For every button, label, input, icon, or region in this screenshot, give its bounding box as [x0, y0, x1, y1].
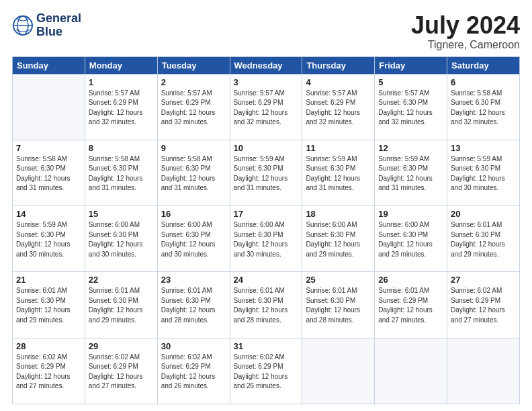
cell-info: Sunrise: 5:58 AM Sunset: 6:30 PM Dayligh… [161, 154, 226, 193]
calendar-cell: 20Sunrise: 6:01 AM Sunset: 6:30 PM Dayli… [447, 206, 520, 272]
day-number: 26 [378, 275, 443, 285]
cell-info: Sunrise: 6:02 AM Sunset: 6:29 PM Dayligh… [16, 353, 81, 392]
day-number: 18 [306, 209, 371, 219]
day-number: 30 [161, 341, 226, 351]
day-number: 14 [16, 209, 81, 219]
cell-info: Sunrise: 6:02 AM Sunset: 6:29 PM Dayligh… [451, 286, 516, 325]
day-number: 12 [378, 143, 443, 153]
cell-info: Sunrise: 6:01 AM Sunset: 6:30 PM Dayligh… [451, 220, 516, 259]
cell-info: Sunrise: 6:00 AM Sunset: 6:30 PM Dayligh… [234, 220, 299, 259]
cell-info: Sunrise: 5:59 AM Sunset: 6:30 PM Dayligh… [451, 154, 516, 193]
cell-info: Sunrise: 5:58 AM Sunset: 6:30 PM Dayligh… [89, 154, 154, 193]
day-number: 21 [16, 275, 81, 285]
calendar-cell: 6Sunrise: 5:58 AM Sunset: 6:30 PM Daylig… [447, 74, 520, 140]
calendar-cell: 3Sunrise: 5:57 AM Sunset: 6:29 PM Daylig… [230, 74, 302, 140]
cell-info: Sunrise: 6:02 AM Sunset: 6:29 PM Dayligh… [89, 353, 154, 392]
calendar-cell: 19Sunrise: 6:00 AM Sunset: 6:30 PM Dayli… [375, 206, 447, 272]
day-number: 3 [234, 77, 299, 87]
col-header-saturday: Saturday [447, 56, 520, 74]
calendar-cell: 26Sunrise: 6:01 AM Sunset: 6:29 PM Dayli… [375, 272, 447, 338]
day-number: 15 [89, 209, 154, 219]
calendar-cell [13, 74, 85, 140]
col-header-tuesday: Tuesday [157, 56, 230, 74]
cell-info: Sunrise: 6:01 AM Sunset: 6:29 PM Dayligh… [378, 286, 443, 325]
calendar-cell: 13Sunrise: 5:59 AM Sunset: 6:30 PM Dayli… [447, 140, 520, 205]
cell-info: Sunrise: 5:59 AM Sunset: 6:30 PM Dayligh… [306, 154, 371, 193]
day-number: 1 [89, 77, 154, 87]
main-title: July 2024 [411, 12, 520, 39]
day-number: 5 [378, 77, 443, 87]
day-number: 19 [378, 209, 443, 219]
calendar-cell [302, 338, 375, 404]
calendar-cell: 29Sunrise: 6:02 AM Sunset: 6:29 PM Dayli… [85, 338, 157, 404]
calendar-cell: 18Sunrise: 6:00 AM Sunset: 6:30 PM Dayli… [302, 206, 375, 272]
day-number: 22 [89, 275, 154, 285]
week-row-3: 14Sunrise: 5:59 AM Sunset: 6:30 PM Dayli… [13, 206, 520, 272]
day-number: 10 [234, 143, 299, 153]
cell-info: Sunrise: 5:57 AM Sunset: 6:29 PM Dayligh… [234, 89, 299, 128]
calendar-cell: 28Sunrise: 6:02 AM Sunset: 6:29 PM Dayli… [13, 338, 85, 404]
day-number: 16 [161, 209, 226, 219]
day-number: 24 [234, 275, 299, 285]
cell-info: Sunrise: 6:02 AM Sunset: 6:29 PM Dayligh… [234, 353, 299, 392]
calendar-cell: 23Sunrise: 6:01 AM Sunset: 6:30 PM Dayli… [157, 272, 230, 338]
day-number: 27 [451, 275, 516, 285]
col-header-monday: Monday [85, 56, 157, 74]
cell-info: Sunrise: 5:57 AM Sunset: 6:29 PM Dayligh… [306, 89, 371, 128]
cell-info: Sunrise: 6:01 AM Sunset: 6:30 PM Dayligh… [161, 286, 226, 325]
calendar-cell: 15Sunrise: 6:00 AM Sunset: 6:30 PM Dayli… [85, 206, 157, 272]
day-number: 2 [161, 77, 226, 87]
day-number: 11 [306, 143, 371, 153]
day-number: 4 [306, 77, 371, 87]
day-number: 25 [306, 275, 371, 285]
col-header-sunday: Sunday [13, 56, 85, 74]
cell-info: Sunrise: 5:59 AM Sunset: 6:30 PM Dayligh… [234, 154, 299, 193]
calendar-cell: 30Sunrise: 6:02 AM Sunset: 6:29 PM Dayli… [157, 338, 230, 404]
day-number: 23 [161, 275, 226, 285]
day-number: 9 [161, 143, 226, 153]
cell-info: Sunrise: 6:00 AM Sunset: 6:30 PM Dayligh… [161, 220, 226, 259]
calendar-cell: 11Sunrise: 5:59 AM Sunset: 6:30 PM Dayli… [302, 140, 375, 205]
cell-info: Sunrise: 6:00 AM Sunset: 6:30 PM Dayligh… [378, 220, 443, 259]
col-header-friday: Friday [375, 56, 447, 74]
day-number: 29 [89, 341, 154, 351]
calendar-table: SundayMondayTuesdayWednesdayThursdayFrid… [12, 56, 520, 404]
cell-info: Sunrise: 6:01 AM Sunset: 6:30 PM Dayligh… [234, 286, 299, 325]
week-row-4: 21Sunrise: 6:01 AM Sunset: 6:30 PM Dayli… [13, 272, 520, 338]
day-number: 17 [234, 209, 299, 219]
day-number: 6 [451, 77, 516, 87]
calendar-cell: 8Sunrise: 5:58 AM Sunset: 6:30 PM Daylig… [85, 140, 157, 205]
title-block: July 2024 Tignere, Cameroon [411, 12, 520, 51]
logo: GeneralBlue [12, 12, 81, 39]
cell-info: Sunrise: 5:59 AM Sunset: 6:30 PM Dayligh… [378, 154, 443, 193]
calendar-cell: 5Sunrise: 5:57 AM Sunset: 6:30 PM Daylig… [375, 74, 447, 140]
calendar-cell: 21Sunrise: 6:01 AM Sunset: 6:30 PM Dayli… [13, 272, 85, 338]
calendar-cell: 25Sunrise: 6:01 AM Sunset: 6:30 PM Dayli… [302, 272, 375, 338]
day-number: 31 [234, 341, 299, 351]
day-number: 28 [16, 341, 81, 351]
calendar-cell: 1Sunrise: 5:57 AM Sunset: 6:29 PM Daylig… [85, 74, 157, 140]
logo-globe-icon [12, 15, 34, 36]
calendar-cell: 27Sunrise: 6:02 AM Sunset: 6:29 PM Dayli… [447, 272, 520, 338]
cell-info: Sunrise: 5:58 AM Sunset: 6:30 PM Dayligh… [16, 154, 81, 193]
calendar-cell: 14Sunrise: 5:59 AM Sunset: 6:30 PM Dayli… [13, 206, 85, 272]
week-row-1: 1Sunrise: 5:57 AM Sunset: 6:29 PM Daylig… [13, 74, 520, 140]
cell-info: Sunrise: 5:58 AM Sunset: 6:30 PM Dayligh… [451, 89, 516, 128]
calendar-cell: 2Sunrise: 5:57 AM Sunset: 6:29 PM Daylig… [157, 74, 230, 140]
calendar-cell: 12Sunrise: 5:59 AM Sunset: 6:30 PM Dayli… [375, 140, 447, 205]
calendar-cell: 16Sunrise: 6:00 AM Sunset: 6:30 PM Dayli… [157, 206, 230, 272]
calendar-cell: 10Sunrise: 5:59 AM Sunset: 6:30 PM Dayli… [230, 140, 302, 205]
column-headers: SundayMondayTuesdayWednesdayThursdayFrid… [13, 56, 520, 74]
day-number: 7 [16, 143, 81, 153]
calendar-cell: 17Sunrise: 6:00 AM Sunset: 6:30 PM Dayli… [230, 206, 302, 272]
col-header-wednesday: Wednesday [230, 56, 302, 74]
calendar-cell [447, 338, 520, 404]
cell-info: Sunrise: 5:57 AM Sunset: 6:30 PM Dayligh… [378, 89, 443, 128]
sub-title: Tignere, Cameroon [411, 39, 520, 51]
cell-info: Sunrise: 6:02 AM Sunset: 6:29 PM Dayligh… [161, 353, 226, 392]
cell-info: Sunrise: 6:01 AM Sunset: 6:30 PM Dayligh… [306, 286, 371, 325]
calendar-cell: 4Sunrise: 5:57 AM Sunset: 6:29 PM Daylig… [302, 74, 375, 140]
calendar-cell: 9Sunrise: 5:58 AM Sunset: 6:30 PM Daylig… [157, 140, 230, 205]
cell-info: Sunrise: 6:00 AM Sunset: 6:30 PM Dayligh… [89, 220, 154, 259]
calendar-body: 1Sunrise: 5:57 AM Sunset: 6:29 PM Daylig… [13, 74, 520, 404]
